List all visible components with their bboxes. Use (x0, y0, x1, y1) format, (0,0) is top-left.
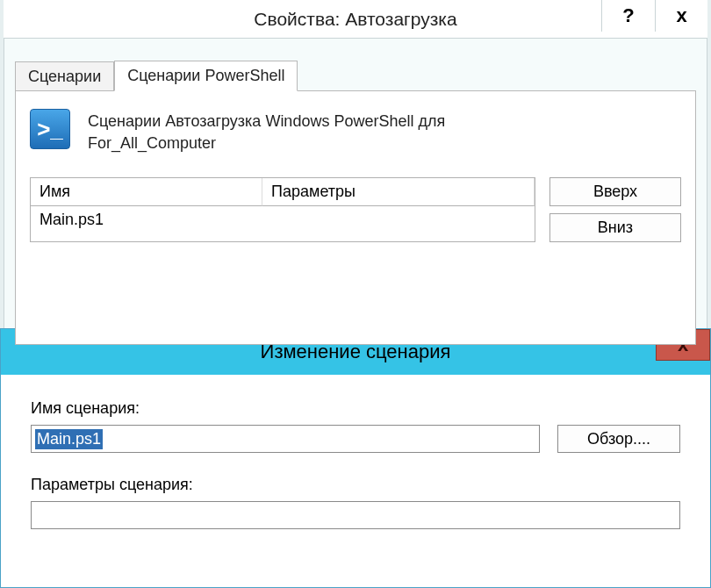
tab-header: >_ Сценарии Автозагрузка Windows PowerSh… (30, 107, 681, 154)
properties-titlebar: Свойства: Автозагрузка ? x (4, 0, 707, 39)
scripts-table-head: Имя Параметры (31, 178, 535, 206)
titlebar-buttons: ? x (601, 0, 707, 32)
table-row[interactable]: Main.ps1 (31, 206, 535, 233)
tab-powershell[interactable]: Сценарии PowerShell (114, 61, 298, 91)
tab-body-powershell: >_ Сценарии Автозагрузка Windows PowerSh… (15, 90, 696, 345)
order-buttons: Вверх Вниз (549, 177, 681, 242)
script-params-input[interactable] (31, 501, 680, 529)
edit-script-dialog: Изменение сценария x Имя сценария: Main.… (0, 328, 711, 588)
scripts-area: Имя Параметры Main.ps1 Вверх Вниз (30, 177, 681, 242)
tab-header-text: Сценарии Автозагрузка Windows PowerShell… (88, 107, 445, 154)
browse-button[interactable]: Обзор.... (557, 425, 680, 453)
down-button[interactable]: Вниз (549, 213, 681, 242)
tab-scenarios[interactable]: Сценарии (15, 61, 114, 91)
tab-header-line2: For_All_Computer (88, 134, 216, 152)
script-params-row (31, 501, 680, 529)
tab-header-line1: Сценарии Автозагрузка Windows PowerShell… (88, 112, 445, 130)
help-button[interactable]: ? (602, 0, 655, 32)
col-params[interactable]: Параметры (262, 178, 535, 206)
powershell-icon: >_ (30, 109, 70, 149)
tab-strip: Сценарии Сценарии PowerShell (15, 61, 696, 91)
scripts-table[interactable]: Имя Параметры Main.ps1 (30, 177, 535, 242)
script-name-value: Main.ps1 (35, 429, 103, 449)
script-name-row: Main.ps1 Обзор.... (31, 425, 680, 453)
script-params-label: Параметры сценария: (31, 476, 680, 494)
cell-name: Main.ps1 (31, 206, 262, 233)
close-button[interactable]: x (655, 0, 707, 32)
col-name[interactable]: Имя (31, 178, 262, 206)
script-name-label: Имя сценария: (31, 399, 680, 418)
up-button[interactable]: Вверх (549, 177, 681, 206)
edit-script-body: Имя сценария: Main.ps1 Обзор.... Парамет… (1, 375, 710, 587)
script-name-input[interactable]: Main.ps1 (31, 425, 540, 453)
cell-params (262, 206, 535, 233)
